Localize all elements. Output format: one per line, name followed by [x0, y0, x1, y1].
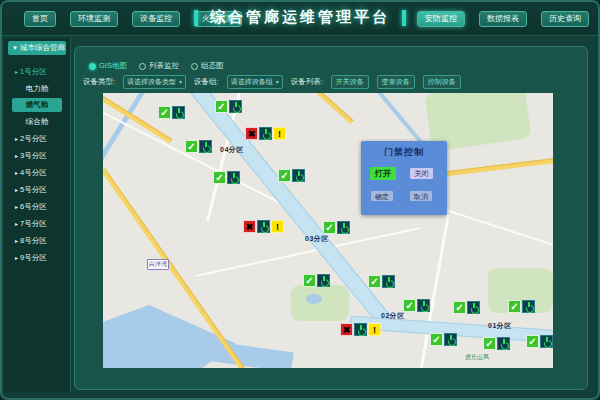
check-icon[interactable]: ✓ [403, 299, 416, 312]
power-icon[interactable] [467, 301, 480, 314]
check-icon[interactable]: ✓ [278, 169, 291, 182]
device-marker-alarm[interactable]: ✖! [340, 323, 381, 336]
power-icon[interactable] [259, 127, 272, 140]
check-icon[interactable]: ✓ [213, 171, 226, 184]
power-icon[interactable] [229, 100, 242, 113]
chevron-down-icon: ▼ [12, 45, 18, 51]
warning-icon[interactable]: ! [368, 323, 381, 336]
device-marker-ok[interactable]: ✓ [323, 221, 350, 234]
app-window: 首页环境监测设备监控火灾监测 综合管廊运维管理平台 安防监控数据报表历史查询用户… [0, 0, 600, 400]
sidebar-item-7号分区[interactable]: ▸7号分区 [4, 215, 70, 232]
view-mode-列表监控[interactable]: 列表监控 [139, 61, 179, 71]
device-marker-ok[interactable]: ✓ [453, 301, 480, 314]
power-icon[interactable] [522, 300, 535, 313]
power-icon[interactable] [354, 323, 367, 336]
device-marker-ok[interactable]: ✓ [158, 106, 185, 119]
check-icon[interactable]: ✓ [215, 100, 228, 113]
view-mode-label: GIS地图 [99, 61, 127, 71]
device-marker-ok[interactable]: ✓ [508, 300, 535, 313]
device-marker-ok[interactable]: ✓ [303, 274, 330, 287]
filter-label: 设备类型: [83, 77, 115, 87]
device-marker-ok[interactable]: ✓ [483, 337, 510, 350]
device-filter-button-开关设备[interactable]: 开关设备 [331, 75, 369, 89]
nav-button-设备监控[interactable]: 设备监控 [132, 11, 180, 27]
check-icon[interactable]: ✓ [430, 333, 443, 346]
sidebar-item-4号分区[interactable]: ▸4号分区 [4, 164, 70, 181]
x-icon[interactable]: ✖ [243, 220, 256, 233]
power-icon[interactable] [337, 221, 350, 234]
nav-button-首页[interactable]: 首页 [24, 11, 56, 27]
device-marker-ok[interactable]: ✓ [526, 335, 553, 348]
nav-button-历史查询[interactable]: 历史查询 [541, 11, 589, 27]
dialog-ok-button[interactable]: 确定 [371, 191, 393, 201]
chevron-right-icon: ▸ [15, 255, 18, 261]
sidebar-item-label: 1号分区 [20, 67, 47, 76]
x-icon[interactable]: ✖ [245, 127, 258, 140]
device-filter-button-变量设备[interactable]: 变量设备 [377, 75, 415, 89]
view-mode-switch: GIS地图列表监控组态图 [89, 61, 223, 71]
warning-icon[interactable]: ! [273, 127, 286, 140]
sidebar-item-8号分区[interactable]: ▸8号分区 [4, 232, 70, 249]
filter-select-0[interactable]: 请选择设备类型▾ [123, 75, 186, 89]
power-icon[interactable] [172, 106, 185, 119]
sidebar-tree: ▸1号分区电力舱燃气舱综合舱▸2号分区▸3号分区▸4号分区▸5号分区▸6号分区▸… [4, 63, 70, 266]
sidebar-item-2号分区[interactable]: ▸2号分区 [4, 130, 70, 147]
check-icon[interactable]: ✓ [508, 300, 521, 313]
power-icon[interactable] [199, 140, 212, 153]
sidebar-item-1号分区[interactable]: ▸1号分区 [4, 63, 70, 80]
device-marker-alarm[interactable]: ✖! [245, 127, 286, 140]
check-icon[interactable]: ✓ [453, 301, 466, 314]
power-icon[interactable] [540, 335, 553, 348]
x-icon[interactable]: ✖ [340, 323, 353, 336]
sidebar: ▼城市综合管廊 ▸1号分区电力舱燃气舱综合舱▸2号分区▸3号分区▸4号分区▸5号… [4, 38, 71, 392]
view-mode-组态图[interactable]: 组态图 [191, 61, 224, 71]
device-marker-ok[interactable]: ✓ [213, 171, 240, 184]
nav-button-环境监测[interactable]: 环境监测 [70, 11, 118, 27]
nav-button-数据报表[interactable]: 数据报表 [479, 11, 527, 27]
door-close-button[interactable]: 关闭 [410, 168, 433, 179]
check-icon[interactable]: ✓ [158, 106, 171, 119]
power-icon[interactable] [317, 274, 330, 287]
device-marker-ok[interactable]: ✓ [278, 169, 305, 182]
device-marker-ok[interactable]: ✓ [368, 275, 395, 288]
sidebar-item-label: 电力舱 [26, 84, 49, 93]
device-marker-ok[interactable]: ✓ [215, 100, 242, 113]
sidebar-item-3号分区[interactable]: ▸3号分区 [4, 147, 70, 164]
check-icon[interactable]: ✓ [368, 275, 381, 288]
nav-button-火灾监测[interactable]: 火灾监测 [194, 11, 242, 27]
sidebar-item-燃气舱[interactable]: 燃气舱 [12, 98, 62, 112]
device-marker-alarm[interactable]: ✖! [243, 220, 284, 233]
check-icon[interactable]: ✓ [303, 274, 316, 287]
device-filter-button-控制设备[interactable]: 控制设备 [423, 75, 461, 89]
power-icon[interactable] [382, 275, 395, 288]
view-mode-GIS地图[interactable]: GIS地图 [89, 61, 127, 71]
check-icon[interactable]: ✓ [323, 221, 336, 234]
power-icon[interactable] [292, 169, 305, 182]
door-open-button[interactable]: 打开 [370, 167, 396, 180]
warning-icon[interactable]: ! [271, 220, 284, 233]
power-icon[interactable] [257, 220, 270, 233]
filter-select-1[interactable]: 请选择设备组▾ [227, 75, 283, 89]
device-marker-ok[interactable]: ✓ [403, 299, 430, 312]
sidebar-item-综合舱[interactable]: 综合舱 [4, 113, 70, 130]
sidebar-item-9号分区[interactable]: ▸9号分区 [4, 249, 70, 266]
check-icon[interactable]: ✓ [483, 337, 496, 350]
device-marker-ok[interactable]: ✓ [185, 140, 212, 153]
chevron-right-icon: ▸ [15, 204, 18, 210]
power-icon[interactable] [444, 333, 457, 346]
check-icon[interactable]: ✓ [526, 335, 539, 348]
nav-group-left: 首页环境监测设备监控火灾监测 [24, 11, 242, 27]
power-icon[interactable] [227, 171, 240, 184]
power-icon[interactable] [417, 299, 430, 312]
sidebar-item-6号分区[interactable]: ▸6号分区 [4, 198, 70, 215]
sidebar-item-电力舱[interactable]: 电力舱 [4, 80, 70, 97]
device-marker-ok[interactable]: ✓ [430, 333, 457, 346]
dialog-cancel-button[interactable]: 取消 [410, 191, 432, 201]
check-icon[interactable]: ✓ [185, 140, 198, 153]
sidebar-item-5号分区[interactable]: ▸5号分区 [4, 181, 70, 198]
power-icon[interactable] [497, 337, 510, 350]
sidebar-item-label: 8号分区 [20, 236, 47, 245]
nav-button-安防监控[interactable]: 安防监控 [417, 11, 465, 27]
sidebar-root-node[interactable]: ▼城市综合管廊 [8, 41, 66, 55]
map-canvas[interactable]: ✓✓✓✓✓✓✓✓✓✓✓✓✓✓✖!✖!✖!04分区03分区02分区01分区白洋湾虎… [103, 93, 553, 368]
